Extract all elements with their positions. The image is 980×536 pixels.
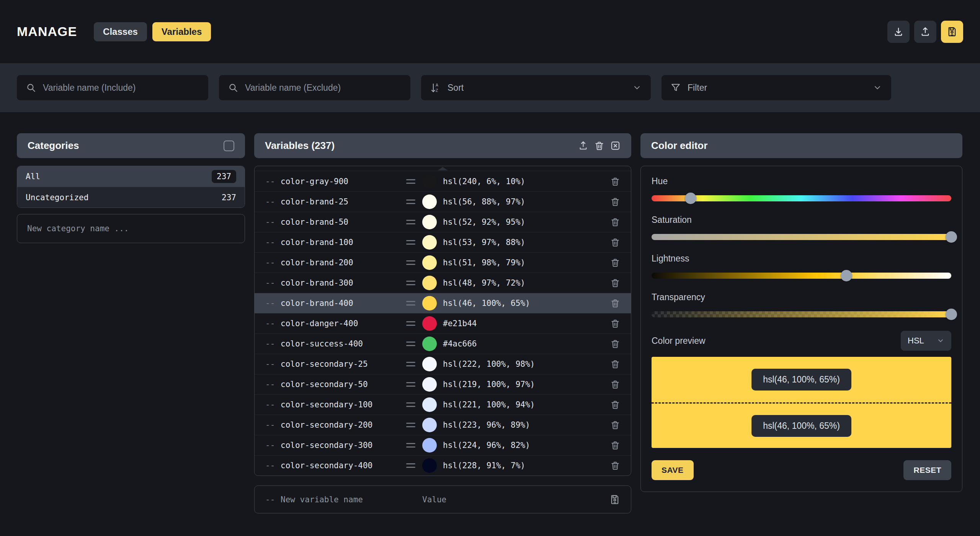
sort-select[interactable]: AZ Sort	[421, 75, 651, 100]
color-swatch[interactable]	[422, 397, 437, 412]
delete-variable-button[interactable]	[610, 339, 620, 349]
clear-selection-button[interactable]	[610, 141, 621, 151]
variable-value[interactable]: hsl(221, 100%, 94%)	[443, 400, 610, 409]
variable-row[interactable]: --color-danger-400#e21b44	[255, 313, 631, 333]
color-swatch[interactable]	[422, 418, 437, 432]
saturation-slider-thumb[interactable]	[946, 231, 957, 243]
variable-value[interactable]: hsl(51, 98%, 79%)	[443, 258, 610, 267]
delete-variable-button[interactable]	[610, 298, 620, 308]
hue-slider-thumb[interactable]	[685, 193, 696, 204]
lightness-slider-thumb[interactable]	[841, 270, 852, 281]
variable-row[interactable]: --color-brand-25hsl(56, 88%, 97%)	[255, 191, 631, 212]
delete-variable-button[interactable]	[610, 197, 620, 207]
color-swatch[interactable]	[422, 194, 437, 209]
hue-slider[interactable]	[652, 193, 951, 204]
variable-name[interactable]: color-gray-900	[281, 177, 399, 186]
color-swatch[interactable]	[422, 215, 437, 229]
variable-row[interactable]: --color-brand-400hsl(46, 100%, 65%)	[255, 293, 631, 313]
format-select[interactable]: HSL	[901, 331, 951, 351]
delete-variable-button[interactable]	[610, 440, 620, 450]
color-swatch[interactable]	[422, 276, 437, 290]
new-variable-name-input[interactable]	[281, 495, 422, 504]
hue-track[interactable]	[652, 195, 951, 201]
tab-variables[interactable]: Variables	[152, 22, 211, 41]
variable-row[interactable]: --color-brand-50hsl(52, 92%, 95%)	[255, 212, 631, 232]
delete-variable-button[interactable]	[610, 258, 620, 268]
variable-row[interactable]: --color-success-400#4ac666	[255, 333, 631, 354]
lightness-track[interactable]	[652, 273, 951, 279]
variable-name[interactable]: color-secondary-400	[281, 461, 399, 470]
delete-variable-button[interactable]	[610, 461, 620, 471]
category-item-all[interactable]: All237	[17, 166, 245, 187]
variable-row[interactable]: --color-secondary-25hsl(222, 100%, 98%)	[255, 354, 631, 374]
transparency-track[interactable]	[652, 311, 951, 317]
delete-variable-button[interactable]	[610, 400, 620, 410]
delete-variable-button[interactable]	[610, 237, 620, 247]
variable-value[interactable]: #4ac666	[443, 339, 610, 348]
variable-value[interactable]: hsl(53, 97%, 88%)	[443, 238, 610, 247]
variable-name[interactable]: color-brand-400	[281, 299, 399, 308]
delete-variable-button[interactable]	[610, 420, 620, 430]
variable-value[interactable]: hsl(228, 91%, 7%)	[443, 461, 610, 470]
transparency-slider[interactable]	[652, 309, 951, 320]
variable-value[interactable]: hsl(56, 88%, 97%)	[443, 197, 610, 206]
delete-variable-button[interactable]	[610, 176, 620, 186]
variable-name[interactable]: color-brand-25	[281, 197, 399, 206]
exclude-search-input[interactable]	[245, 83, 401, 93]
variable-name[interactable]: color-secondary-100	[281, 400, 399, 409]
upload-button[interactable]	[914, 21, 936, 43]
variable-value[interactable]: hsl(219, 100%, 97%)	[443, 380, 610, 389]
color-swatch[interactable]	[422, 377, 437, 392]
export-variables-button[interactable]	[578, 141, 588, 151]
variable-name[interactable]: color-secondary-50	[281, 380, 399, 389]
variable-value[interactable]: hsl(48, 97%, 72%)	[443, 278, 610, 288]
save-button[interactable]: SAVE	[652, 460, 694, 480]
filter-select[interactable]: Filter	[662, 75, 891, 100]
variable-row[interactable]: --color-secondary-50hsl(219, 100%, 97%)	[255, 374, 631, 394]
scroll-up-indicator[interactable]	[255, 166, 631, 171]
color-swatch[interactable]	[422, 438, 437, 453]
variable-name[interactable]: color-secondary-25	[281, 360, 399, 369]
delete-variable-button[interactable]	[610, 217, 620, 227]
save-new-variable-button[interactable]	[609, 494, 620, 505]
variable-value[interactable]: hsl(222, 100%, 98%)	[443, 360, 610, 369]
tab-classes[interactable]: Classes	[94, 22, 147, 41]
variable-row[interactable]: --color-brand-300hsl(48, 97%, 72%)	[255, 273, 631, 293]
variable-name[interactable]: color-brand-300	[281, 278, 399, 288]
delete-variable-button[interactable]	[610, 359, 620, 369]
variable-value[interactable]: hsl(46, 100%, 65%)	[443, 299, 610, 308]
delete-selected-button[interactable]	[594, 141, 604, 151]
color-swatch[interactable]	[422, 337, 437, 351]
new-category-input[interactable]	[17, 214, 245, 243]
delete-variable-button[interactable]	[610, 278, 620, 288]
new-variable-value-input[interactable]	[422, 495, 609, 504]
variable-name[interactable]: color-success-400	[281, 339, 399, 348]
variable-name[interactable]: color-brand-200	[281, 258, 399, 267]
variable-row[interactable]: --color-secondary-300hsl(224, 96%, 82%)	[255, 435, 631, 455]
lightness-slider[interactable]	[652, 270, 951, 281]
variable-row[interactable]: --color-gray-900hsl(240, 6%, 10%)	[255, 171, 631, 191]
select-all-checkbox[interactable]	[224, 141, 234, 151]
category-item-uncategorized[interactable]: Uncategorized237	[17, 187, 245, 208]
color-swatch[interactable]	[422, 357, 437, 371]
variable-row[interactable]: --color-secondary-200hsl(223, 96%, 89%)	[255, 415, 631, 435]
download-button[interactable]	[887, 21, 910, 43]
variable-value[interactable]: hsl(240, 6%, 10%)	[443, 177, 610, 186]
delete-variable-button[interactable]	[610, 379, 620, 389]
color-swatch[interactable]	[422, 235, 437, 250]
variable-name[interactable]: color-secondary-300	[281, 441, 399, 450]
variable-row[interactable]: --color-brand-100hsl(53, 97%, 88%)	[255, 232, 631, 252]
reset-button[interactable]: RESET	[903, 460, 951, 480]
variable-name[interactable]: color-danger-400	[281, 319, 399, 328]
save-all-button[interactable]	[941, 21, 963, 43]
variable-value[interactable]: hsl(223, 96%, 89%)	[443, 420, 610, 430]
variable-value[interactable]: #e21b44	[443, 319, 610, 328]
variable-name[interactable]: color-secondary-200	[281, 420, 399, 430]
saturation-slider[interactable]	[652, 231, 951, 243]
delete-variable-button[interactable]	[610, 319, 620, 328]
color-swatch[interactable]	[422, 174, 437, 189]
variable-name[interactable]: color-brand-50	[281, 217, 399, 227]
color-swatch[interactable]	[422, 255, 437, 270]
color-swatch[interactable]	[422, 458, 437, 473]
variable-name[interactable]: color-brand-100	[281, 238, 399, 247]
